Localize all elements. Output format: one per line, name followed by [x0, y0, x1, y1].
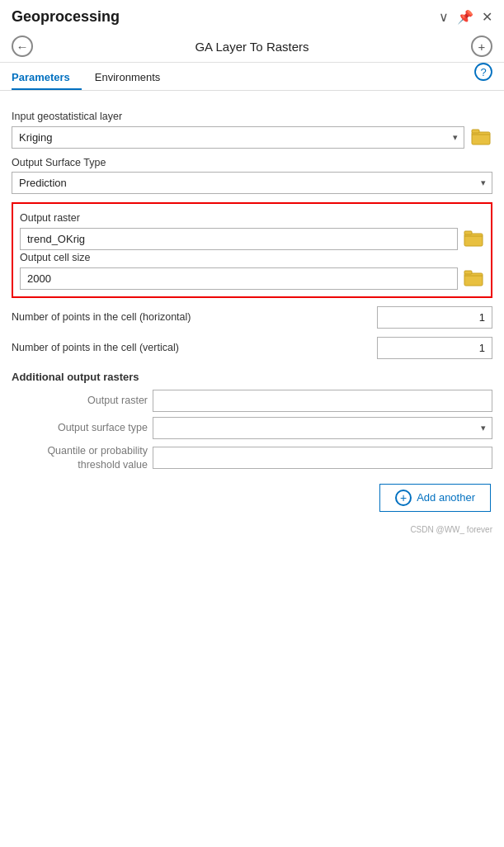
additional-output-label: Additional output rasters [12, 371, 492, 383]
nav-bar: ← GA Layer To Rasters + [0, 31, 504, 63]
svg-rect-7 [464, 271, 472, 274]
back-icon: ← [16, 40, 29, 54]
input-layer-select[interactable]: Kriging [12, 126, 464, 149]
titlebar-controls: ∨ 📌 ✕ [439, 9, 492, 25]
add-another-button[interactable]: + Add another [379, 484, 491, 512]
svg-rect-3 [472, 130, 479, 133]
num-points-vert-row: Number of points in the cell (vertical) [12, 337, 492, 359]
output-cell-size-input[interactable] [20, 267, 458, 290]
num-points-vert-label: Number of points in the cell (vertical) [12, 341, 370, 355]
add-another-label: Add another [417, 491, 475, 504]
add-icon: + [478, 40, 486, 54]
titlebar: Geoprocessing ∨ 📌 ✕ [0, 0, 504, 31]
app-title-section: Geoprocessing [12, 8, 120, 26]
add-another-row: + Add another [12, 484, 492, 512]
num-points-horiz-input[interactable] [377, 306, 492, 329]
sub-output-surface-select[interactable]: Prediction Prediction Standard Error Pro… [153, 417, 492, 439]
svg-rect-5 [464, 231, 472, 234]
parameters-panel: Input geostatistical layer Kriging ▾ Out… [0, 91, 504, 520]
output-surface-type-row: Prediction Prediction Standard Error Pro… [12, 172, 492, 194]
back-button[interactable]: ← [12, 35, 33, 57]
num-points-vert-input[interactable] [377, 337, 492, 359]
input-layer-label: Input geostatistical layer [12, 111, 492, 122]
output-surface-type-select-wrapper: Prediction Prediction Standard Error Pro… [12, 172, 492, 194]
add-button[interactable]: + [471, 35, 492, 57]
sub-quantile-row: Quantile or probability threshold value [12, 444, 492, 472]
add-circle-icon: + [395, 490, 412, 506]
output-raster-label: Output raster [20, 212, 484, 224]
tabs-bar: Parameters Environments ? [0, 63, 504, 91]
num-points-horiz-row: Number of points in the cell (horizontal… [12, 306, 492, 329]
num-points-horiz-section: Number of points in the cell (horizontal… [12, 306, 492, 329]
output-raster-folder-icon[interactable] [463, 227, 484, 250]
output-cell-size-label: Output cell size [20, 252, 484, 263]
sub-output-raster-row: Output raster [12, 390, 492, 412]
svg-rect-4 [464, 234, 483, 246]
input-layer-row: Kriging ▾ [12, 125, 492, 149]
sub-output-surface-select-wrapper: Prediction Prediction Standard Error Pro… [153, 417, 492, 439]
input-layer-folder-icon[interactable] [469, 125, 492, 149]
output-raster-row [20, 227, 484, 250]
sub-output-raster-input[interactable] [153, 390, 492, 412]
pin-icon[interactable]: 📌 [457, 9, 473, 25]
tool-title: GA Layer To Rasters [195, 40, 309, 54]
output-surface-type-label: Output Surface Type [12, 157, 492, 168]
svg-text:?: ? [480, 66, 486, 78]
chevron-down-icon[interactable]: ∨ [439, 9, 449, 25]
app-title: Geoprocessing [12, 8, 120, 26]
sub-output-raster-label: Output raster [12, 394, 148, 408]
tab-parameters[interactable]: Parameters [12, 64, 82, 90]
sub-quantile-input[interactable] [153, 447, 492, 469]
sub-output-surface-label: Output surface type [12, 421, 148, 435]
svg-rect-2 [472, 132, 490, 144]
close-icon[interactable]: ✕ [482, 9, 492, 25]
output-surface-type-select[interactable]: Prediction Prediction Standard Error Pro… [12, 172, 492, 194]
num-points-horiz-label: Number of points in the cell (horizontal… [12, 310, 370, 324]
output-cell-size-folder-icon[interactable] [463, 267, 484, 290]
help-icon[interactable]: ? [474, 63, 492, 90]
num-points-vert-section: Number of points in the cell (vertical) [12, 337, 492, 359]
sub-output-surface-row: Output surface type Prediction Predictio… [12, 417, 492, 439]
sub-quantile-label: Quantile or probability threshold value [12, 444, 148, 472]
output-cell-size-row [20, 267, 484, 290]
svg-rect-6 [464, 273, 483, 286]
output-raster-input[interactable] [20, 228, 458, 250]
watermark: CSDN @WW_ forever [0, 522, 504, 537]
highlighted-fields-box: Output raster Output cell size [12, 202, 492, 298]
input-layer-select-wrapper: Kriging ▾ [12, 126, 464, 149]
tab-environments[interactable]: Environments [95, 64, 172, 90]
